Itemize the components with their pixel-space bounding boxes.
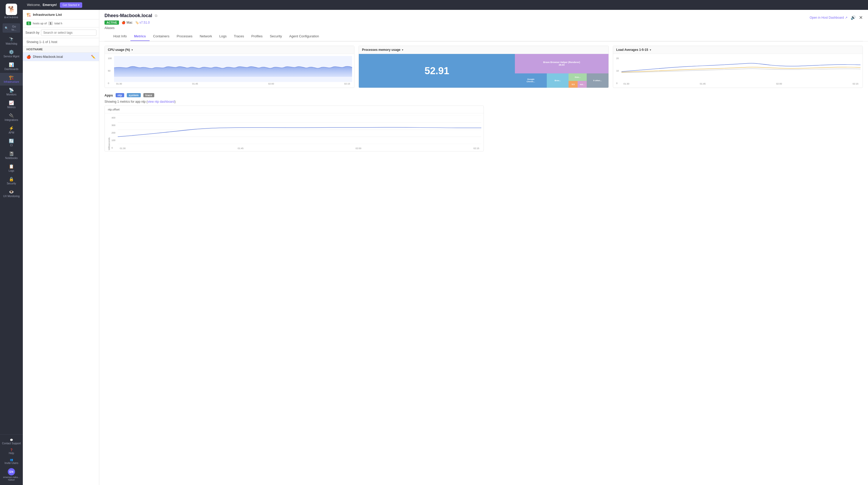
cpu-chart-dropdown[interactable]: ▾ bbox=[131, 48, 133, 52]
sidebar: 🐕 DATADOG 🔍 Go to... 🔭 Watchdog ⚙️ Servi… bbox=[0, 0, 23, 485]
treemap-chrome-cell: GoogleChrom... bbox=[515, 73, 547, 88]
infra-header: 🏗️ Infrastructure List bbox=[23, 10, 99, 20]
ntp-y-axis-label: Milliseconds bbox=[107, 115, 111, 150]
load-chart-dropdown[interactable]: ▾ bbox=[650, 48, 651, 52]
get-started-label: Get Started bbox=[62, 3, 77, 6]
memory-chart-header: Processes memory usage ▾ bbox=[359, 46, 608, 54]
help-icon: ❓ bbox=[10, 448, 13, 451]
apps-section: Apps ntp system trace Showing 1 metrics … bbox=[104, 93, 863, 151]
open-dashboard-link[interactable]: Open in Host Dashboard ↗ bbox=[810, 16, 847, 20]
os-badge: 🍎 Mac bbox=[122, 21, 132, 24]
showing-label: Showing 1–1 of 1 host bbox=[23, 38, 99, 46]
load-chart-title: Load Averages 1-5-15 bbox=[616, 48, 648, 52]
cpu-chart-visual bbox=[114, 56, 352, 82]
treemap-55-cell: 5.5 bbox=[568, 81, 578, 88]
ntp-x-0145: 01:45 bbox=[238, 147, 244, 150]
help-button[interactable]: ❓ Help bbox=[0, 447, 23, 456]
security-icon: 🔒 bbox=[9, 177, 14, 182]
view-ntp-dashboard-link[interactable]: view ntp dashboard bbox=[148, 100, 175, 103]
tab-network[interactable]: Network bbox=[196, 32, 216, 41]
app-tag-ntp[interactable]: ntp bbox=[116, 93, 124, 97]
sidebar-item-label: Metrics bbox=[7, 106, 16, 109]
sidebar-item-notebooks[interactable]: 📓 Notebooks bbox=[0, 149, 23, 162]
cpu-x-0145: 01:45 bbox=[192, 83, 198, 85]
brand-name: DATADOG bbox=[4, 16, 19, 19]
cpu-x-labels: 01:30 01:45 02:00 02:15 bbox=[114, 82, 352, 86]
contact-support-button[interactable]: 💬 Contact Support bbox=[0, 437, 23, 447]
version-label: v7.51.0 bbox=[140, 21, 150, 24]
ci-icon: 🔄 bbox=[9, 139, 14, 144]
invite-users-button[interactable]: 👥 Invite Users bbox=[0, 456, 23, 466]
tab-metrics[interactable]: Metrics bbox=[130, 32, 150, 41]
load-x-labels: 01:30 01:45 02:00 02:15 bbox=[621, 82, 861, 86]
tab-agent-config[interactable]: Agent Configuration bbox=[286, 32, 323, 41]
integrations-icon: 🔌 bbox=[9, 113, 14, 118]
sidebar-item-ci[interactable]: 🔄 CI bbox=[0, 137, 23, 149]
sidebar-item-monitors[interactable]: 📡 Monitors bbox=[0, 86, 23, 98]
sidebar-item-dashboards[interactable]: 📊 Dashboards bbox=[0, 60, 23, 73]
load-y-20: 20 bbox=[616, 57, 620, 60]
infrastructure-icon: 🏗️ bbox=[9, 75, 14, 80]
tab-logs[interactable]: Logs bbox=[216, 32, 230, 41]
treemap-brave-cell: Brave Browser Helper (Renderer)28.03 bbox=[515, 54, 609, 73]
ntp-x-0215: 02:15 bbox=[473, 147, 479, 150]
app-tag-system[interactable]: system bbox=[127, 93, 141, 97]
sidebar-item-watchdog[interactable]: 🔭 Watchdog bbox=[0, 35, 23, 48]
total-label: total h bbox=[55, 22, 62, 25]
ntp-x-labels: 01:30 01:45 02:00 02:15 bbox=[118, 147, 482, 150]
load-chart-visual bbox=[621, 56, 861, 82]
close-button[interactable]: ✕ bbox=[859, 15, 863, 21]
app-tag-trace[interactable]: trace bbox=[143, 93, 154, 97]
goto-label: Go to... bbox=[10, 25, 18, 31]
get-started-button[interactable]: Get Started ▾ bbox=[60, 2, 82, 8]
tab-profiles[interactable]: Profiles bbox=[248, 32, 266, 41]
search-icon: 🔍 bbox=[5, 26, 8, 30]
host-row[interactable]: 🍎 Dhees-Macbook.local ✏️ bbox=[23, 53, 99, 61]
memory-chart-title: Processes memory usage bbox=[362, 48, 400, 52]
tab-containers[interactable]: Containers bbox=[150, 32, 173, 41]
tab-processes[interactable]: Processes bbox=[173, 32, 196, 41]
dashboards-icon: 📊 bbox=[9, 62, 14, 67]
sidebar-item-metrics[interactable]: 📈 Metrics bbox=[0, 98, 23, 111]
sidebar-item-logs[interactable]: 📋 Logs bbox=[0, 162, 23, 175]
sidebar-item-label: Notebooks bbox=[5, 157, 18, 160]
sidebar-item-service-mgmt[interactable]: ⚙️ Service Mgmt bbox=[0, 48, 23, 60]
memory-chart-dropdown[interactable]: ▾ bbox=[402, 48, 403, 52]
charts-area: CPU usage (%) ▾ 100 50 0 bbox=[99, 41, 868, 485]
user-profile[interactable]: EN emersyn.naka...Nakari bbox=[0, 466, 23, 483]
left-panel: 🏗️ Infrastructure List 1 hosts up of 1 t… bbox=[23, 10, 99, 485]
sidebar-item-integrations[interactable]: 🔌 Integrations bbox=[0, 111, 23, 124]
treemap-big-number: 52.91 bbox=[425, 66, 449, 76]
apps-label: Apps bbox=[104, 93, 113, 97]
apps-header: Apps ntp system trace bbox=[104, 93, 863, 97]
cpu-chart-card: CPU usage (%) ▾ 100 50 0 bbox=[104, 46, 354, 88]
tab-security[interactable]: Security bbox=[266, 32, 286, 41]
ntp-y-100: 100 bbox=[112, 139, 117, 142]
sidebar-item-ux-monitoring[interactable]: 👁️ UX Monitoring bbox=[0, 187, 23, 200]
cpu-y-0: 0 bbox=[108, 82, 113, 85]
chevron-down-icon: ▾ bbox=[78, 3, 80, 7]
tab-traces[interactable]: Traces bbox=[230, 32, 248, 41]
sidebar-item-label: Integrations bbox=[5, 119, 18, 122]
panel-title-row: Dhees-Macbook.local ⧉ bbox=[104, 13, 157, 19]
edit-icon[interactable]: ✏️ bbox=[91, 55, 95, 59]
tab-host-info[interactable]: Host Info bbox=[110, 32, 130, 41]
sidebar-item-infrastructure[interactable]: 🏗️ Infrastructure bbox=[0, 73, 23, 86]
load-chart-card: Load Averages 1-5-15 ▾ 20 10 0 bbox=[613, 46, 863, 88]
goto-button[interactable]: 🔍 Go to... bbox=[3, 23, 20, 33]
load-y-0: 0 bbox=[616, 82, 620, 85]
sidebar-item-label: APM bbox=[8, 131, 14, 134]
search-input[interactable] bbox=[41, 30, 96, 36]
treemap-brave2-cell: Brav... bbox=[547, 73, 568, 88]
sidebar-item-security[interactable]: 🔒 Security bbox=[0, 175, 23, 187]
treemap-big-cell: 52.91 bbox=[359, 54, 515, 88]
load-x-0200: 02:00 bbox=[776, 83, 782, 85]
copy-icon[interactable]: ⧉ bbox=[155, 13, 157, 18]
ntp-x-0130: 01:30 bbox=[120, 147, 126, 150]
ntp-y-300: 300 bbox=[112, 124, 117, 127]
sidebar-item-label: CI bbox=[10, 144, 13, 147]
cpu-x-0200: 02:00 bbox=[268, 83, 274, 85]
invite-users-label: Invite Users bbox=[5, 462, 19, 464]
sidebar-item-apm[interactable]: ⚡ APM bbox=[0, 124, 23, 137]
sound-button[interactable]: 🔊 bbox=[849, 14, 857, 21]
